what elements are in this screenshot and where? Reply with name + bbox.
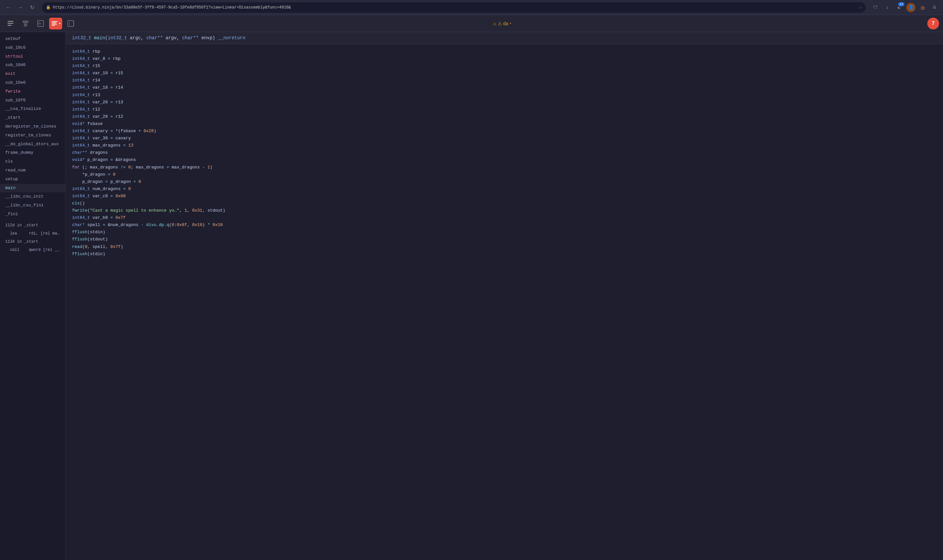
code-area: int32_t main(int32_t argc, char** argv, … xyxy=(65,32,943,560)
toolbar-center: ⚠ ⚠ da ▾ xyxy=(79,19,925,28)
code-line-cls: cls() xyxy=(72,200,937,207)
svg-rect-11 xyxy=(52,23,56,23)
code-line-rbp: int64_t rbp xyxy=(72,48,937,55)
function-return-type: int32_t xyxy=(72,35,94,40)
bookmark-icon: ☆ xyxy=(859,5,862,10)
security-icon: 🔒 xyxy=(46,5,51,10)
forward-button[interactable]: → xyxy=(16,3,25,12)
warning-icon: ⚠ xyxy=(493,20,496,27)
code-line-var18: int64_t var_18 = r14 xyxy=(72,84,937,91)
sidebar-sub-1134-code[interactable]: call qword [rel __libc_ xyxy=(0,246,65,254)
profile-icon[interactable]: 👤 xyxy=(906,3,915,12)
sidebar-item-libc_csu_init[interactable]: __libc_csu_init xyxy=(0,192,65,201)
firefox-icon[interactable]: ◎ xyxy=(918,3,927,12)
download-icon[interactable]: ⇓ xyxy=(883,3,892,12)
code-line-fsbase: void* fsbase xyxy=(72,120,937,128)
svg-rect-3 xyxy=(23,21,25,23)
warning-badge[interactable]: ⚠ ⚠ da ▾ xyxy=(491,19,514,28)
function-name: main xyxy=(94,35,105,40)
sidebar-sub-1134[interactable]: 1134 in _start xyxy=(0,238,65,246)
code-line-max_dragons: int64_t max_dragons = 13 xyxy=(72,142,937,149)
svg-rect-4 xyxy=(26,21,28,23)
toolbar-btn-2[interactable] xyxy=(19,18,32,29)
svg-rect-1 xyxy=(8,23,14,24)
browser-actions: 🛡 ⇓ ☯ 13 👤 ◎ ≡ xyxy=(871,3,939,12)
sidebar-item-setup[interactable]: setup xyxy=(0,175,65,184)
svg-text:0x: 0x xyxy=(38,22,42,25)
sidebar-item-cxa_finalize[interactable]: __cxa_finalize xyxy=(0,105,65,114)
sidebar-item-fini[interactable]: _fini xyxy=(0,210,65,219)
code-line-p_dragon_inc: p_dragon = p_dragon + 8 xyxy=(72,178,937,185)
code-line-var_c0: int64_t var_c0 = 0x80 xyxy=(72,193,937,200)
sidebar-item-register[interactable]: register_tm_clones xyxy=(0,131,65,140)
sidebar-item-sub_10c6[interactable]: sub_10c6 xyxy=(0,43,65,52)
sidebar-item-global_dtors[interactable]: __do_global_dtors_aux xyxy=(0,140,65,149)
sidebar-item-sub_10d6[interactable]: sub_10d6 xyxy=(0,61,65,70)
code-line-r15: int64_t r15 xyxy=(72,63,937,70)
sidebar-item-exit[interactable]: exit xyxy=(0,70,65,78)
code-line-spell: char* spell = &num_dragons - divu.dp.q(0… xyxy=(72,222,937,229)
user-avatar-label: 7 xyxy=(932,21,935,26)
code-line-var30: int64_t var_30 = canary xyxy=(72,135,937,142)
svg-rect-13 xyxy=(52,25,55,26)
code-line-var10: int64_t var_10 = r15 xyxy=(72,70,937,77)
sidebar-item-main[interactable]: main xyxy=(0,184,65,193)
sidebar-item-libc_csu_fini[interactable]: __libc_csu_fini xyxy=(0,201,65,210)
code-line-canary: int64_t canary = *(fsbase + 0x28) xyxy=(72,128,937,135)
svg-rect-10 xyxy=(52,21,58,22)
extensions-icon[interactable]: ☯ 13 xyxy=(895,3,904,12)
code-line-for: for (; max_dragons != 0; max_dragons = m… xyxy=(72,164,937,171)
sidebar-item-setbuf[interactable]: setbuf xyxy=(0,35,65,43)
svg-line-6 xyxy=(24,23,26,25)
code-line-var20: int64_t var_20 = r13 xyxy=(72,99,937,106)
toolbar-btn-5[interactable]: { } xyxy=(64,18,77,29)
code-line-r12: int64_t r12 xyxy=(72,106,937,113)
sidebar-item-cls[interactable]: cls xyxy=(0,157,65,166)
sidebar-item-sub_10e6[interactable]: sub_10e6 xyxy=(0,78,65,87)
sidebar-item-deregister[interactable]: deregister_tm_clones xyxy=(0,122,65,131)
toolbar-btn-1[interactable] xyxy=(4,18,17,29)
code-line-p_dragon: void* p_dragon = &dragons xyxy=(72,156,937,163)
browser-chrome: ← → ↻ 🔒 https://cloud.binary.ninja/bn/33… xyxy=(0,0,943,15)
warning-label: ⚠ da xyxy=(498,21,508,26)
shield-icon[interactable]: 🛡 xyxy=(871,3,880,12)
svg-rect-0 xyxy=(8,21,14,22)
code-line-var8: int64_t var_8 = rbp xyxy=(72,55,937,63)
svg-line-7 xyxy=(26,23,27,25)
code-line-fflush-stdin1: fflush(stdin) xyxy=(72,229,937,236)
code-line-fflush-stdin2: fflush(stdin) xyxy=(72,251,937,258)
svg-rect-12 xyxy=(52,24,57,25)
url-text: https://cloud.binary.ninja/bn/33a08e5f-3… xyxy=(53,5,291,10)
code-line-var_b8: int64_t var_b8 = 0x7f xyxy=(72,214,937,222)
sidebar: setbuf sub_10c6 strtoul sub_10d6 exit su… xyxy=(0,32,65,560)
toolbar-btn-4[interactable]: ▾ xyxy=(49,18,62,29)
menu-button[interactable]: ≡ xyxy=(930,3,939,12)
toolbar: 0x ▾ { } ⚠ ⚠ da ▾ 7 xyxy=(0,15,943,32)
function-header: int32_t main(int32_t argc, char** argv, … xyxy=(65,32,943,44)
sidebar-item-fwrite[interactable]: fwrite xyxy=(0,87,65,96)
code-line-var28: int64_t var_28 = r12 xyxy=(72,113,937,120)
code-content: int64_t rbp int64_t var_8 = rbp int64_t … xyxy=(65,44,943,262)
code-line-fflush-stdout: fflush(stdout) xyxy=(72,236,937,243)
back-button[interactable]: ← xyxy=(4,3,13,12)
sidebar-sub-112d-code[interactable]: lea rdi, [rel main] xyxy=(0,230,65,238)
sidebar-item-strtoul[interactable]: strtoul xyxy=(0,52,65,61)
code-line-r14: int64_t r14 xyxy=(72,77,937,84)
svg-rect-2 xyxy=(8,25,11,26)
code-line-num_dragons: int64_t num_dragons = 0 xyxy=(72,185,937,193)
refresh-button[interactable]: ↻ xyxy=(28,3,37,12)
warning-dropdown-icon: ▾ xyxy=(509,22,511,26)
toolbar-btn-3[interactable]: 0x xyxy=(34,18,47,29)
code-line-dragons: char** dragons xyxy=(72,149,937,156)
sidebar-item-sub_10f6[interactable]: sub_10f6 xyxy=(0,96,65,105)
sidebar-item-start[interactable]: _start xyxy=(0,114,65,122)
sidebar-sub-112d[interactable]: 112d in _start xyxy=(0,222,65,230)
sidebar-item-frame_dummy[interactable]: frame_dummy xyxy=(0,149,65,157)
main-layout: setbuf sub_10c6 strtoul sub_10d6 exit su… xyxy=(0,32,943,560)
svg-text:{ }: { } xyxy=(69,22,74,26)
code-line-read: read(0, spell, 0x7f) xyxy=(72,243,937,251)
address-bar[interactable]: 🔒 https://cloud.binary.ninja/bn/33a08e5f… xyxy=(42,2,866,13)
sidebar-item-read_num[interactable]: read_num xyxy=(0,166,65,175)
code-line-fwrite: fwrite("Cast a magic spell to enhance yo… xyxy=(72,207,937,214)
user-avatar[interactable]: 7 xyxy=(927,18,939,29)
